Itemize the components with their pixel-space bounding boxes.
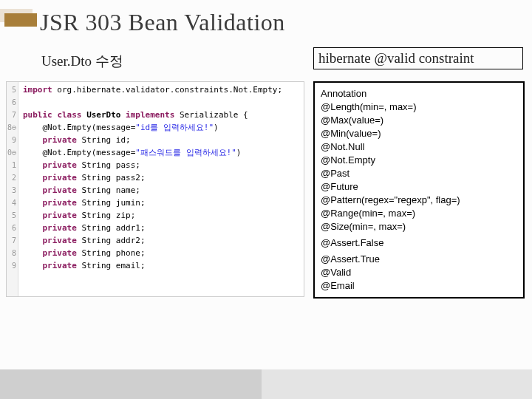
annotation-item: @Pattern(regex="regexp", flag=) xyxy=(321,194,517,207)
line-number: 7 xyxy=(7,234,16,247)
annotation-item: @Range(min=, max=) xyxy=(321,207,517,220)
line-number: 5 xyxy=(7,83,16,96)
code-token: Serializable { xyxy=(180,110,248,120)
code-token: @Not.Empty(message= xyxy=(43,123,136,132)
code-token: class xyxy=(57,110,81,120)
line-number: 4 xyxy=(7,197,16,209)
code-token: private xyxy=(43,135,77,145)
annotation-list-box: Annotation @Length(min=, max=) @Max(valu… xyxy=(313,81,525,299)
line-number: 9 xyxy=(7,259,16,272)
line-number: 3 xyxy=(7,184,16,197)
code-token: private xyxy=(43,223,77,233)
line-number: 1 xyxy=(7,159,16,171)
code-token: String xyxy=(81,185,111,195)
code-token: pass2; xyxy=(116,173,146,183)
annotation-item: Annotation xyxy=(321,87,517,100)
title-accent-bar xyxy=(4,13,37,27)
code-token: email; xyxy=(116,261,146,270)
annotation-item: @Max(value=) xyxy=(321,114,517,127)
code-token: String xyxy=(81,160,111,170)
code-token: private xyxy=(43,248,77,258)
code-pane: 5 6 7 8⊖ 9 0⊖ 1 2 3 4 5 6 7 8 9 import o… xyxy=(6,81,304,297)
code-token: String xyxy=(81,135,111,145)
annotation-item: @Length(min=, max=) xyxy=(321,100,517,114)
line-number: 6 xyxy=(7,222,16,234)
annotation-item: @Assert.True xyxy=(321,253,517,266)
code-body: import org.hibernate.validator.constrain… xyxy=(23,83,282,272)
annotation-item: @Size(min=, max=) xyxy=(321,220,517,233)
code-token: "패스워드를 입력하세요!" xyxy=(135,148,236,157)
annotation-item: @Min(value=) xyxy=(321,127,517,140)
code-token: private xyxy=(43,236,77,245)
line-number: 0⊖ xyxy=(7,146,16,159)
code-gutter: 5 6 7 8⊖ 9 0⊖ 1 2 3 4 5 6 7 8 9 xyxy=(7,82,18,296)
code-token: zip; xyxy=(116,211,136,220)
annotation-item: @Not.Null xyxy=(321,140,517,154)
slide-title: JSR 303 Bean Validation xyxy=(40,9,285,36)
code-token: public xyxy=(23,110,52,120)
code-token: jumin; xyxy=(116,198,146,208)
footer-strip-left xyxy=(0,369,262,399)
code-token: addr1; xyxy=(116,223,146,233)
annotation-item: @Not.Empty xyxy=(321,154,517,167)
subtitle-left: User.Dto 수정 xyxy=(41,52,123,71)
code-token: ) xyxy=(214,123,219,132)
code-token: String xyxy=(81,261,111,270)
code-token: String xyxy=(81,248,111,258)
code-token: String xyxy=(81,223,111,233)
annotation-item: @Assert.False xyxy=(321,236,517,250)
code-token: org.hibernate.validator.constraints.Not.… xyxy=(52,85,282,95)
code-token: String xyxy=(81,211,111,220)
code-token: private xyxy=(43,185,77,195)
line-number: 8 xyxy=(7,247,16,259)
code-token: private xyxy=(43,173,77,183)
code-token: implements xyxy=(126,110,174,120)
line-number: 9 xyxy=(7,134,16,146)
line-number: 8⊖ xyxy=(7,121,16,134)
code-token: addr2; xyxy=(116,236,146,245)
line-number: 7 xyxy=(7,109,16,121)
code-token: name; xyxy=(116,185,140,195)
subtitle-right-box: hibernate @valid constraint xyxy=(313,47,523,69)
code-token: "id를 입력하세요!" xyxy=(135,123,214,132)
code-token: phone; xyxy=(116,248,146,258)
annotation-item: @Valid xyxy=(321,266,517,279)
code-token: private xyxy=(43,261,77,270)
code-token: import xyxy=(23,85,52,95)
code-token: pass; xyxy=(116,160,140,170)
footer-strip xyxy=(0,369,532,399)
annotation-item: @Email xyxy=(321,279,517,293)
line-number: 6 xyxy=(7,96,16,109)
code-token: private xyxy=(43,198,77,208)
line-number: 2 xyxy=(7,171,16,184)
code-token: @Not.Empty(message= xyxy=(43,148,136,157)
code-token: String xyxy=(81,236,111,245)
code-token: String xyxy=(81,173,111,183)
code-token: private xyxy=(43,160,77,170)
line-number: 5 xyxy=(7,209,16,222)
annotation-item: @Past xyxy=(321,167,517,180)
code-token: id; xyxy=(116,135,131,145)
code-token: UserDto xyxy=(86,110,120,120)
code-token: String xyxy=(81,198,111,208)
annotation-item: @Future xyxy=(321,180,517,194)
code-token: private xyxy=(43,211,77,220)
footer-strip-right xyxy=(262,369,532,399)
slide: JSR 303 Bean Validation User.Dto 수정 hibe… xyxy=(0,0,532,399)
code-token: ) xyxy=(236,148,242,157)
